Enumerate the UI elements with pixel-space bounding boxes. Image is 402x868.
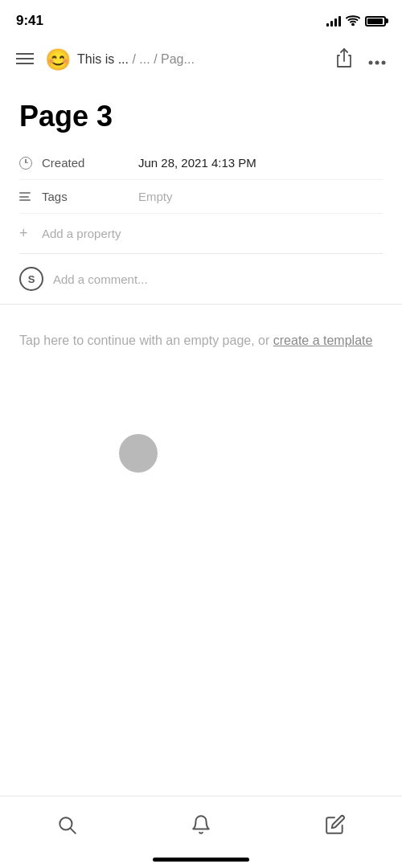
created-property-row[interactable]: Created Jun 28, 2021 4:13 PM — [19, 146, 383, 180]
tags-value: Empty — [138, 190, 173, 203]
add-property-button[interactable]: + Add a property — [19, 214, 383, 253]
create-template-link[interactable]: create a template — [273, 334, 373, 347]
page-emoji: 😊 — [45, 47, 71, 72]
nav-actions — [333, 45, 389, 75]
tags-label: Tags — [42, 190, 138, 203]
add-property-label: Add a property — [42, 227, 121, 240]
hamburger-menu-button[interactable] — [13, 47, 37, 72]
status-time: 9:41 — [16, 13, 43, 29]
nav-breadcrumb: / ... / Pag... — [132, 52, 194, 66]
page-title[interactable]: Page 3 — [0, 80, 402, 146]
comment-section[interactable]: S Add a comment... — [0, 254, 402, 305]
compose-nav-button[interactable] — [318, 807, 353, 842]
clock-icon — [19, 157, 42, 170]
user-avatar: S — [19, 267, 43, 291]
properties-section: Created Jun 28, 2021 4:13 PM Tags Empty … — [0, 146, 402, 253]
created-value: Jun 28, 2021 4:13 PM — [138, 156, 256, 170]
svg-line-8 — [71, 828, 76, 833]
notifications-nav-button[interactable] — [183, 807, 219, 842]
list-icon — [19, 192, 42, 201]
battery-icon — [365, 16, 386, 27]
cursor-indicator — [119, 434, 158, 473]
nav-bar: 😊 This is ... / ... / Pag... — [0, 39, 402, 80]
empty-page-message[interactable]: Tap here to continue with an empty page,… — [0, 305, 402, 377]
signal-icon — [326, 15, 341, 27]
nav-page-title: This is ... / ... / Pag... — [77, 52, 333, 67]
more-options-button[interactable] — [365, 47, 389, 72]
svg-point-4 — [369, 60, 373, 64]
svg-point-5 — [375, 60, 379, 64]
status-bar: 9:41 — [0, 0, 402, 39]
status-icons — [326, 14, 386, 28]
wifi-icon — [346, 14, 360, 28]
created-label: Created — [42, 156, 138, 170]
home-indicator — [153, 858, 249, 862]
search-nav-button[interactable] — [49, 807, 84, 842]
plus-icon: + — [19, 225, 42, 242]
svg-point-6 — [382, 60, 386, 64]
comment-input[interactable]: Add a comment... — [53, 272, 148, 286]
share-button[interactable] — [333, 45, 355, 75]
svg-point-0 — [352, 23, 354, 25]
tags-property-row[interactable]: Tags Empty — [19, 180, 383, 214]
